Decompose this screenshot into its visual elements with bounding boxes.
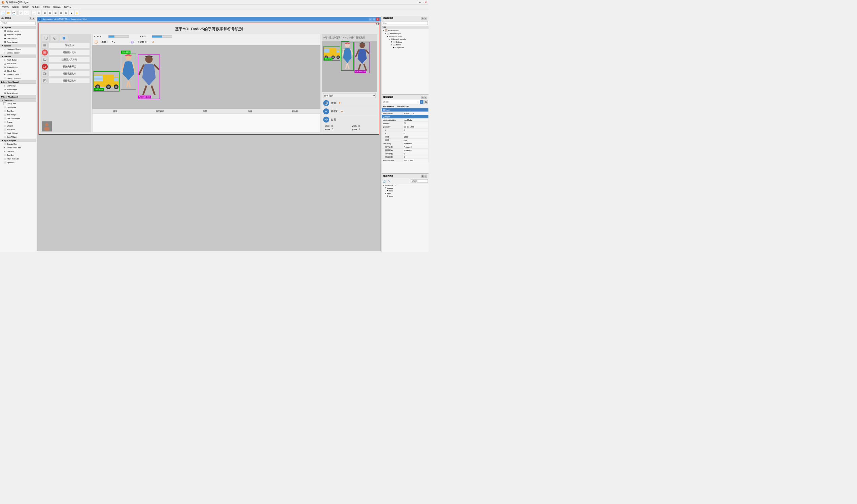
tree-centralwidget[interactable]: ▼ ⬜ centralwidget: [382, 32, 429, 35]
widget-item-frame[interactable]: ⬜ Frame: [0, 120, 36, 124]
preview-btn[interactable]: ▶: [69, 10, 74, 15]
property-add-btn[interactable]: +: [420, 100, 423, 104]
prop-value[interactable]: 0: [403, 128, 428, 132]
icon-btn-2[interactable]: [51, 35, 59, 41]
prop-row-y[interactable]: Y 0: [382, 132, 428, 135]
menu-view[interactable]: 视图(O): [21, 5, 31, 9]
nav-left-arrow[interactable]: ◀: [375, 22, 377, 25]
close-btn[interactable]: ✕: [425, 1, 427, 4]
tree-layout-main[interactable]: ▼ ▤ Layout_main: [382, 35, 429, 38]
prop-row-geometry[interactable]: geometry [(0, 0), 1280: [382, 125, 428, 128]
prop-row-sizepolicy[interactable]: sizePolicy [Preferred, P: [382, 142, 428, 145]
widget-item-check-box[interactable]: ☑ Check Box: [0, 69, 36, 73]
widget-item-widget[interactable]: ⬜ Widget: [0, 124, 36, 128]
hide-display-btn[interactable]: 隐藏显示: [49, 43, 90, 48]
prop-value[interactable]: [Preferred, P: [403, 142, 428, 145]
widget-item-list-widget[interactable]: ≡ List Widget: [0, 84, 36, 87]
widget-item-horizontal-layout[interactable]: ▥ Horizon... Layout: [0, 33, 36, 37]
tree-resource-login-icons[interactable]: ▶ icons: [382, 195, 429, 197]
category-input-widgets[interactable]: ▼ Input Widgets: [0, 139, 36, 142]
category-containers[interactable]: ▼ Containers: [0, 99, 36, 102]
prop-row-objectname[interactable]: objectName MainWindow: [382, 112, 428, 115]
prop-value[interactable]: NonModal: [403, 118, 428, 122]
widget-item-mdi-area[interactable]: ⬜ MDI Area: [0, 128, 36, 132]
select-folder-btn[interactable]: 选择图片文件夹: [49, 57, 90, 62]
widget-item-plain-text-edit[interactable]: ⬜ Plain Text Edit: [0, 157, 36, 161]
tree-layout-contain[interactable]: ▼ ▥ Layout_contain: [382, 38, 429, 40]
tree-resource-login[interactable]: ▼ login: [382, 192, 429, 195]
new-btn[interactable]: 📄: [1, 10, 6, 15]
widget-item-command-button[interactable]: ▾ Comma...utton: [0, 73, 36, 77]
widget-item-tool-button[interactable]: ▢ Tool Button: [0, 62, 36, 66]
prop-row-hstretch[interactable]: 水平伸展 0: [382, 152, 428, 155]
menu-window[interactable]: 窗口(W): [52, 5, 62, 9]
object-filter-input[interactable]: [382, 21, 428, 25]
prop-value[interactable]: MainWindow: [403, 112, 428, 115]
prop-value[interactable]: 0: [403, 132, 428, 135]
nav-right-arrow[interactable]: ▶: [378, 22, 380, 25]
widget-item-vertical-layout[interactable]: ▤ Vertical Layout: [0, 29, 36, 33]
layout-v-btn[interactable]: ⊟: [48, 10, 52, 15]
prop-value[interactable]: [(0, 0), 1280: [403, 125, 428, 128]
menu-edit[interactable]: 编辑(E): [11, 5, 20, 9]
widget-item-push-button[interactable]: □ Push Button: [0, 58, 36, 62]
widget-item-font-combo-box[interactable]: A Font Combo Box: [0, 146, 36, 150]
menu-settings[interactable]: 设置(M): [41, 5, 51, 9]
prop-row-x[interactable]: X 0: [382, 128, 428, 132]
menu-form[interactable]: 窗体(O): [31, 5, 41, 9]
widget-item-vertical-spacer[interactable]: ↕ Vertical Spacer: [0, 51, 36, 55]
resource-refresh-btn[interactable]: 🔄: [382, 179, 386, 183]
prop-value[interactable]: 0: [403, 155, 428, 159]
resource-filter-input[interactable]: [411, 179, 428, 183]
prop-row-window-modality[interactable]: windowModality NonModal: [382, 118, 428, 122]
tree-login-title[interactable]: ▶ T loginTitle: [382, 46, 429, 49]
prop-row-hpolicy[interactable]: 水平策略 Preferred: [382, 145, 428, 149]
close-panel-btn-4[interactable]: ✕: [424, 175, 427, 177]
close-panel-btn[interactable]: ✕: [32, 17, 35, 19]
float-btn[interactable]: ⊡: [29, 17, 32, 19]
widget-item-radio-button[interactable]: ◎ Radio Button: [0, 66, 36, 69]
conf-slider[interactable]: [108, 35, 129, 38]
close-panel-btn-2[interactable]: ✕: [424, 17, 427, 19]
prop-value[interactable]: 812: [403, 139, 428, 142]
camera-btn[interactable]: 摄像头未开启: [49, 64, 90, 69]
prop-row-enabled[interactable]: enabled ☑: [382, 122, 428, 125]
widget-item-grid-layout[interactable]: ▦ Grid Layout: [0, 37, 36, 40]
open-btn[interactable]: 📂: [6, 10, 11, 15]
select-video-btn[interactable]: 选择视频文件: [49, 71, 90, 76]
prop-value[interactable]: Preferred: [403, 145, 428, 149]
save-btn[interactable]: 💾: [12, 10, 16, 15]
resource-edit-btn[interactable]: ✎: [387, 179, 391, 183]
widget-search-input[interactable]: [1, 21, 36, 25]
tree-resource-root[interactable]: ▼ <resource ...>: [382, 184, 429, 187]
prop-value[interactable]: ☑: [403, 122, 428, 125]
minimize-btn[interactable]: ─: [419, 1, 421, 4]
designer-content[interactable]: ◀ ▶ 基于YOLOv8/v5的手写数字和符号识别: [37, 21, 381, 251]
prop-row-height[interactable]: 高度 812: [382, 139, 428, 142]
layout-h-btn[interactable]: ⊞: [42, 10, 47, 15]
widget-item-horizontal-spacer[interactable]: ↔ Horizon... Spacer: [0, 48, 36, 51]
widget-item-qaxwidget[interactable]: ⬜ QAxWidget: [0, 135, 36, 139]
signal-btn[interactable]: ⚡: [74, 10, 80, 15]
tree-resource-images[interactable]: ▼ images: [382, 187, 429, 189]
float-btn-3[interactable]: ⊡: [421, 96, 424, 99]
select-model-btn[interactable]: 选择模型文件: [49, 78, 90, 84]
prop-row-minsize[interactable]: minimumSize 1280 x 812: [382, 159, 428, 162]
widget-item-group-box[interactable]: Group Box: [0, 102, 36, 106]
prop-value[interactable]: Preferred: [403, 149, 428, 152]
widget-item-dialog-button[interactable]: ⬜ Dialog ...ton Box: [0, 77, 36, 81]
menu-file[interactable]: 文件(F): [1, 5, 10, 9]
widget-item-dock-widget[interactable]: ⬜ Dock Widget: [0, 132, 36, 135]
tree-mainwindow[interactable]: ▼ 🪟 MainWindow: [382, 29, 429, 32]
category-buttons[interactable]: ▼ Buttons: [0, 55, 36, 58]
category-spacers[interactable]: ▼ Spacers: [0, 44, 36, 48]
menu-help[interactable]: 帮助(H): [63, 5, 72, 9]
undo-btn[interactable]: ↩: [19, 10, 24, 15]
widget-item-tool-box[interactable]: ⬜ Tool Box: [0, 109, 36, 113]
prop-value[interactable]: 1280 x 812: [403, 159, 428, 162]
widget-btn[interactable]: □: [37, 10, 42, 15]
icon-btn-1[interactable]: [42, 35, 50, 41]
maximize-btn[interactable]: □: [422, 1, 423, 4]
widget-item-tab-widget[interactable]: ⬜ Tab Widget: [0, 113, 36, 117]
prop-row-width[interactable]: 宽度 1280: [382, 135, 428, 139]
